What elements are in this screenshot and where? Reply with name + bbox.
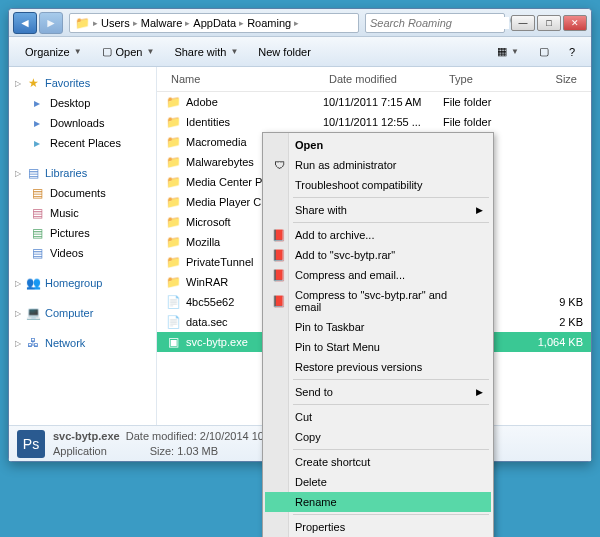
menu-icon: 📕 bbox=[271, 267, 287, 283]
file-icon: 📁 bbox=[165, 194, 181, 210]
view-button[interactable]: ▦▼ bbox=[489, 42, 527, 61]
file-icon: 📁 bbox=[165, 274, 181, 290]
menu-separator bbox=[293, 514, 489, 515]
sidebar-item[interactable]: ▸Desktop bbox=[11, 93, 154, 113]
menu-item[interactable]: 🛡 Run as administrator bbox=[265, 155, 491, 175]
sidebar-computer[interactable]: ▷💻Computer bbox=[11, 303, 154, 323]
sidebar-icon: ▸ bbox=[29, 95, 45, 111]
file-row[interactable]: 📁Identities 10/11/2011 12:55 ... File fo… bbox=[157, 112, 591, 132]
menu-separator bbox=[293, 222, 489, 223]
preview-button[interactable]: ▢ bbox=[531, 42, 557, 61]
file-icon: 📁 bbox=[165, 94, 181, 110]
sidebar-item[interactable]: ▤Videos bbox=[11, 243, 154, 263]
sidebar-libraries[interactable]: ▷▤Libraries bbox=[11, 163, 154, 183]
toolbar: Organize▼ ▢Open▼ Share with▼ New folder … bbox=[9, 37, 591, 67]
open-icon: ▢ bbox=[102, 45, 112, 58]
col-date[interactable]: Date modified bbox=[323, 71, 443, 87]
menu-icon: 🛡 bbox=[271, 157, 287, 173]
file-icon: 📄 bbox=[165, 314, 181, 330]
file-icon: ▣ bbox=[165, 334, 181, 350]
col-name[interactable]: Name bbox=[165, 71, 323, 87]
sidebar-icon: ▤ bbox=[29, 245, 45, 261]
open-button[interactable]: ▢Open▼ bbox=[94, 42, 163, 61]
newfolder-button[interactable]: New folder bbox=[250, 43, 319, 61]
star-icon: ★ bbox=[25, 75, 41, 91]
help-button[interactable]: ? bbox=[561, 43, 583, 61]
share-button[interactable]: Share with▼ bbox=[166, 43, 246, 61]
col-type[interactable]: Type bbox=[443, 71, 523, 87]
file-icon: 📁 bbox=[165, 214, 181, 230]
file-icon: 📄 bbox=[165, 294, 181, 310]
menu-item[interactable]: Delete bbox=[265, 472, 491, 492]
menu-item[interactable]: Rename bbox=[265, 492, 491, 512]
menu-icon: 📕 bbox=[271, 227, 287, 243]
sidebar-item[interactable]: ▤Pictures bbox=[11, 223, 154, 243]
file-icon: 📁 bbox=[165, 134, 181, 150]
breadcrumb[interactable]: Malware bbox=[141, 17, 183, 29]
menu-item[interactable]: Pin to Start Menu bbox=[265, 337, 491, 357]
computer-icon: 💻 bbox=[25, 305, 41, 321]
organize-button[interactable]: Organize▼ bbox=[17, 43, 90, 61]
homegroup-icon: 👥 bbox=[25, 275, 41, 291]
sidebar-icon: ▤ bbox=[29, 205, 45, 221]
sidebar-network[interactable]: ▷🖧Network bbox=[11, 333, 154, 353]
file-icon: 📁 bbox=[165, 114, 181, 130]
sidebar-icon: ▤ bbox=[29, 185, 45, 201]
menu-item[interactable]: Restore previous versions bbox=[265, 357, 491, 377]
menu-item[interactable]: Pin to Taskbar bbox=[265, 317, 491, 337]
breadcrumb[interactable]: Users bbox=[101, 17, 130, 29]
submenu-arrow: ▶ bbox=[476, 205, 483, 215]
sidebar-item[interactable]: ▸Recent Places bbox=[11, 133, 154, 153]
menu-item[interactable]: 📕 Add to "svc-bytp.rar" bbox=[265, 245, 491, 265]
titlebar: ◄ ► 📁 ▸ Users▸ Malware▸ AppData▸ Roaming… bbox=[9, 9, 591, 37]
menu-separator bbox=[293, 449, 489, 450]
library-icon: ▤ bbox=[25, 165, 41, 181]
menu-separator bbox=[293, 379, 489, 380]
column-headers: Name Date modified Type Size bbox=[157, 67, 591, 92]
menu-item[interactable]: Copy bbox=[265, 427, 491, 447]
sidebar-item[interactable]: ▤Documents bbox=[11, 183, 154, 203]
details-name: svc-bytp.exe bbox=[53, 430, 120, 442]
file-icon: 📁 bbox=[165, 154, 181, 170]
submenu-arrow: ▶ bbox=[476, 387, 483, 397]
file-icon: 📁 bbox=[165, 174, 181, 190]
breadcrumb[interactable]: AppData bbox=[193, 17, 236, 29]
minimize-button[interactable]: — bbox=[511, 15, 535, 31]
menu-item[interactable]: Open bbox=[265, 135, 491, 155]
menu-item[interactable]: Properties bbox=[265, 517, 491, 537]
back-button[interactable]: ◄ bbox=[13, 12, 37, 34]
search-box[interactable]: 🔍 bbox=[365, 13, 505, 33]
menu-separator bbox=[293, 404, 489, 405]
breadcrumb[interactable]: Roaming bbox=[247, 17, 291, 29]
file-icon: Ps bbox=[17, 430, 45, 458]
file-icon: 📁 bbox=[165, 234, 181, 250]
menu-item[interactable]: 📕 Compress to "svc-bytp.rar" and email bbox=[265, 285, 491, 317]
menu-item[interactable]: 📕 Compress and email... bbox=[265, 265, 491, 285]
file-row[interactable]: 📁Adobe 10/11/2011 7:15 AM File folder bbox=[157, 92, 591, 112]
sidebar-item[interactable]: ▤Music bbox=[11, 203, 154, 223]
sidebar-icon: ▸ bbox=[29, 115, 45, 131]
folder-icon: 📁 bbox=[74, 15, 90, 31]
sidebar: ▷★Favorites ▸Desktop▸Downloads▸Recent Pl… bbox=[9, 67, 157, 425]
file-icon: 📁 bbox=[165, 254, 181, 270]
menu-item[interactable]: Cut bbox=[265, 407, 491, 427]
address-bar[interactable]: 📁 ▸ Users▸ Malware▸ AppData▸ Roaming▸ bbox=[69, 13, 359, 33]
menu-icon: 📕 bbox=[271, 247, 287, 263]
sidebar-item[interactable]: ▸Downloads bbox=[11, 113, 154, 133]
forward-button[interactable]: ► bbox=[39, 12, 63, 34]
network-icon: 🖧 bbox=[25, 335, 41, 351]
sidebar-icon: ▤ bbox=[29, 225, 45, 241]
col-size[interactable]: Size bbox=[523, 71, 583, 87]
sidebar-favorites[interactable]: ▷★Favorites bbox=[11, 73, 154, 93]
menu-item[interactable]: Create shortcut bbox=[265, 452, 491, 472]
maximize-button[interactable]: □ bbox=[537, 15, 561, 31]
close-button[interactable]: ✕ bbox=[563, 15, 587, 31]
context-menu: Open 🛡 Run as administrator Troubleshoot… bbox=[262, 132, 494, 537]
search-input[interactable] bbox=[370, 17, 509, 29]
sidebar-icon: ▸ bbox=[29, 135, 45, 151]
menu-item[interactable]: Share with ▶ bbox=[265, 200, 491, 220]
menu-item[interactable]: Troubleshoot compatibility bbox=[265, 175, 491, 195]
sidebar-homegroup[interactable]: ▷👥Homegroup bbox=[11, 273, 154, 293]
menu-item[interactable]: 📕 Add to archive... bbox=[265, 225, 491, 245]
menu-item[interactable]: Send to ▶ bbox=[265, 382, 491, 402]
